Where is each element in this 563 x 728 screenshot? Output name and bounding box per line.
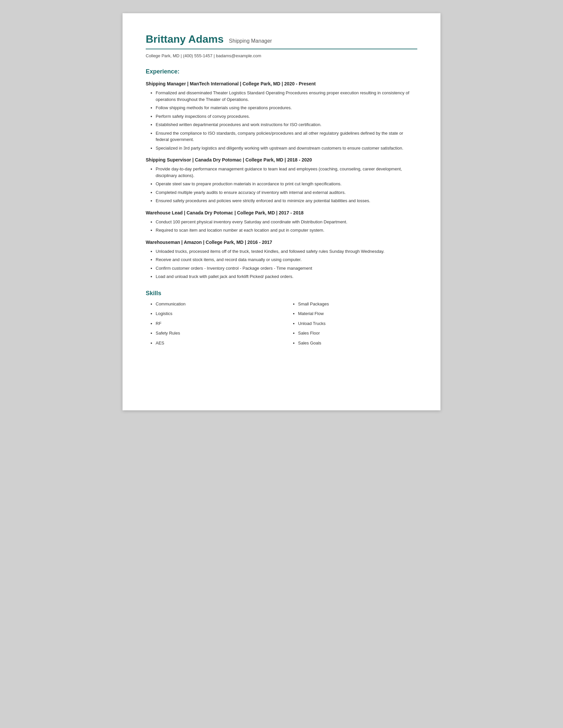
list-item: Small Packages [298,301,417,307]
contact-info: College Park, MD | (400) 555-1457 | bada… [146,53,417,58]
list-item: Operate steel saw to prepare production … [156,181,417,187]
job-title-3: Warehouse Lead | Canada Dry Potomac | Co… [146,210,417,215]
job-entry-2: Shipping Supervisor | Canada Dry Potomac… [146,157,417,204]
list-item: Ensured safety procedures and policies w… [156,198,417,204]
header-divider [146,49,417,49]
job-entry-3: Warehouse Lead | Canada Dry Potomac | Co… [146,210,417,234]
list-item: Unloaded trucks, processed items off of … [156,248,417,255]
job-title-1: Shipping Manager | ManTech International… [146,81,417,86]
list-item: Provide day-to-day performance managemen… [156,166,417,179]
skills-section-title: Skills [146,290,417,297]
job-bullets-2: Provide day-to-day performance managemen… [146,166,417,204]
resume-page: Brittany Adams Shipping Manager College … [122,13,441,410]
skills-columns: Communication Logistics RF Safety Rules … [146,301,417,350]
job-title-header: Shipping Manager [229,38,272,44]
list-item: Required to scan item and location numbe… [156,227,417,234]
skills-left-col: Communication Logistics RF Safety Rules … [146,301,275,350]
list-item: Conduct 100 percent physical inventory e… [156,219,417,225]
skills-right-list: Small Packages Material Flow Unload Truc… [288,301,417,346]
list-item: Communication [156,301,275,307]
job-title-2: Shipping Supervisor | Canada Dry Potomac… [146,157,417,162]
skills-left-list: Communication Logistics RF Safety Rules … [146,301,275,346]
list-item: RF [156,320,275,327]
job-bullets-4: Unloaded trucks, processed items off of … [146,248,417,280]
list-item: Follow shipping methods for materials us… [156,105,417,111]
full-name: Brittany Adams [146,33,223,45]
list-item: Logistics [156,310,275,317]
list-item: Specialized in 3rd party logistics and d… [156,145,417,152]
list-item: Safety Rules [156,330,275,337]
job-entry-1: Shipping Manager | ManTech International… [146,81,417,151]
experience-section-title: Experience: [146,68,417,75]
list-item: Receive and count stock items, and recor… [156,256,417,263]
list-item: Sales Floor [298,330,417,337]
list-item: Completed multiple yearly audits to ensu… [156,189,417,196]
header-section: Brittany Adams Shipping Manager College … [146,33,417,58]
list-item: Formalized and disseminated Theater Logi… [156,90,417,103]
name-title-row: Brittany Adams Shipping Manager [146,33,417,45]
experience-section: Experience: Shipping Manager | ManTech I… [146,68,417,280]
list-item: Ensured the compliance to ISO standards,… [156,130,417,143]
job-title-4: Warehouseman | Amazon | College Park, MD… [146,240,417,245]
list-item: AES [156,340,275,346]
skills-right-col: Small Packages Material Flow Unload Truc… [288,301,417,350]
list-item: Perform safety inspections of convoy pro… [156,113,417,120]
list-item: Unload Trucks [298,320,417,327]
job-bullets-1: Formalized and disseminated Theater Logi… [146,90,417,151]
job-bullets-3: Conduct 100 percent physical inventory e… [146,219,417,234]
list-item: Established written departmental procedu… [156,121,417,128]
skills-section: Skills Communication Logistics RF Safety… [146,290,417,350]
list-item: Load and unload truck with pallet jack a… [156,273,417,280]
list-item: Sales Goals [298,340,417,346]
list-item: Material Flow [298,310,417,317]
job-entry-4: Warehouseman | Amazon | College Park, MD… [146,240,417,280]
list-item: Confirm customer orders - Inventory cont… [156,265,417,272]
